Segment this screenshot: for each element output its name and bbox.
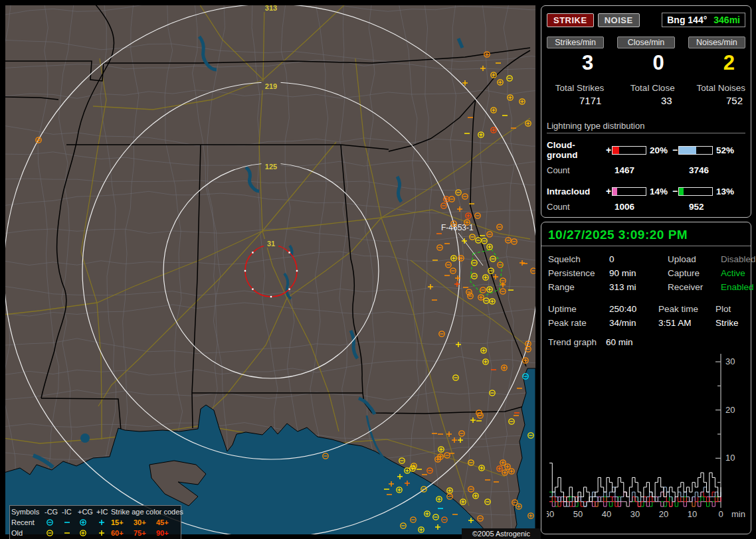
persistence-label: Persistence (548, 268, 609, 278)
plot-value: Strike (715, 318, 744, 328)
close-per-min-chip[interactable]: Close/min (617, 37, 674, 48)
cg-minus-count: 3746 (680, 165, 745, 175)
age-code-60: 60+ (111, 530, 134, 537)
status-panel: STRIKE NOISE Bng 144°346mi Strikes/min C… (541, 5, 751, 534)
svg-text:219: 219 (265, 82, 277, 90)
trend-graph-value: 60 min (606, 337, 633, 347)
ic-neg-old-icon (62, 529, 78, 537)
trend-chart: 1020306050403020100min (547, 350, 751, 524)
legend-row-recent-label: Recent (11, 519, 45, 526)
distance-value: 346mi (713, 15, 740, 25)
ic-plus-count: 1006 (605, 202, 680, 212)
ring-labels: 31321912531 (262, 5, 281, 248)
age-code-90: 90+ (156, 530, 178, 537)
svg-text:30: 30 (630, 509, 640, 519)
strikes-per-min-chip[interactable]: Strikes/min (547, 37, 604, 48)
bearing-readout: Bng 144°346mi (662, 13, 745, 27)
noises-per-min-value: 2 (688, 48, 745, 79)
svg-text:10: 10 (725, 453, 735, 463)
svg-text:60: 60 (547, 509, 554, 519)
capture-label: Capture (668, 268, 721, 278)
svg-text:0: 0 (718, 509, 723, 519)
plus-sign: + (605, 145, 612, 155)
peak-time-label: Peak time (658, 304, 715, 314)
svg-text:31: 31 (267, 240, 275, 248)
nexstorm-window: { "header": { "strike_btn": "STRIKE", "n… (0, 0, 756, 539)
legend-header-symbols: Symbols (11, 508, 45, 516)
receiver-value: Enabled (721, 282, 756, 292)
cg-minus-pct: 52% (713, 145, 737, 155)
map-legend: Symbols -CG -IC +CG +IC Strike age color… (9, 505, 181, 539)
svg-text:30: 30 (725, 356, 735, 366)
plus-sign: + (605, 186, 612, 196)
age-code-75: 75+ (134, 530, 156, 537)
range-label: Range (548, 282, 609, 292)
ic-plus-meter (612, 187, 646, 196)
svg-text:313: 313 (265, 5, 277, 12)
cg-count-label: Count (547, 165, 605, 175)
ic-minus-meter (678, 187, 713, 196)
upload-label: Upload (668, 254, 721, 264)
age-code-15: 15+ (111, 519, 134, 526)
bearing-value: Bng 144° (667, 15, 707, 25)
cg-neg-recent-icon (45, 518, 62, 526)
strike-button[interactable]: STRIKE (547, 13, 594, 27)
total-close-label: Total Close (617, 79, 674, 93)
ic-plus-pct: 14% (646, 187, 672, 196)
system-status-box: 10/27/2025 3:09:20 PM Squelch 0 Upload D… (541, 222, 751, 534)
total-noises-value: 752 (688, 93, 745, 106)
age-code-30: 30+ (134, 519, 156, 526)
cg-plus-count: 1467 (605, 165, 680, 175)
total-close-value: 33 (617, 93, 674, 106)
close-per-min-value: 0 (617, 48, 674, 79)
squelch-value: 0 (609, 254, 668, 264)
ic-neg-recent-icon (62, 518, 78, 526)
squelch-label: Squelch (548, 254, 609, 264)
receiver-label: Receiver (668, 282, 721, 292)
age-code-45: 45+ (156, 519, 178, 526)
plot-label: Plot (715, 304, 744, 314)
datetime-display: 10/27/2025 3:09:20 PM (541, 222, 751, 246)
svg-text:10: 10 (688, 509, 697, 519)
intracloud-label: Intracloud (547, 187, 605, 196)
persistence-value: 90 min (609, 268, 668, 278)
cg-pos-recent-icon (78, 518, 96, 526)
total-strikes-label: Total Strikes (547, 79, 604, 93)
ic-pos-recent-icon (96, 518, 111, 526)
ic-minus-pct: 13% (713, 187, 737, 196)
range-value: 313 mi (609, 282, 668, 292)
minus-sign: − (672, 145, 678, 155)
legend-header-icpos: +IC (96, 508, 111, 516)
legend-header-icneg: -IC (62, 508, 78, 516)
strikes-per-min-value: 3 (547, 48, 604, 79)
noises-per-min-chip[interactable]: Noises/min (688, 37, 745, 48)
cg-pos-old-icon (78, 529, 96, 537)
legend-row-old-label: Old (11, 530, 45, 537)
cg-neg-old-icon (45, 529, 62, 537)
minus-sign: − (672, 186, 678, 196)
svg-text:20: 20 (725, 405, 735, 415)
noise-button[interactable]: NOISE (598, 13, 640, 27)
total-noises-label: Total Noises (688, 79, 745, 93)
svg-text:40: 40 (602, 509, 611, 519)
legend-age-title: Strike age color codes (111, 508, 178, 516)
legend-header-cgpos: +CG (78, 508, 96, 516)
legend-header-cgneg: -CG (45, 508, 62, 516)
ic-count-label: Count (547, 202, 605, 212)
strike-stats-box: STRIKE NOISE Bng 144°346mi Strikes/min C… (541, 5, 751, 218)
svg-text:min: min (731, 509, 745, 519)
uptime-value: 250:40 (609, 304, 658, 314)
distribution-title: Lightning type distribution (547, 121, 745, 133)
cg-minus-meter (678, 146, 713, 155)
ic-pos-old-icon (96, 529, 111, 537)
peak-time-value: 3:51 AM (658, 318, 715, 328)
cloud-ground-label: Cloud-ground (547, 140, 605, 160)
total-strikes-value: 7171 (547, 93, 604, 106)
copyright-label: ©2005 Astrogenic Systems (462, 528, 541, 539)
map-canvas[interactable]: F-4653-1 31321912531 Symbols -CG -IC +CG… (5, 5, 535, 534)
peak-rate-label: Peak rate (548, 318, 609, 328)
svg-text:20: 20 (659, 509, 668, 519)
svg-text:125: 125 (265, 163, 277, 171)
svg-text:50: 50 (573, 509, 583, 519)
capture-value: Active (721, 268, 756, 278)
